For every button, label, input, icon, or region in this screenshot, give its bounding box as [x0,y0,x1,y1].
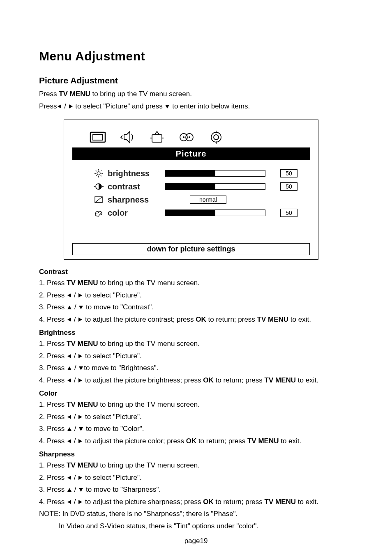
step: 1. Press TV MENU to bring up the TV menu… [39,399,353,410]
text: to bring up the TV menu screen. [98,279,200,287]
tv-menu-label: TV MENU [265,376,296,384]
right-arrow-icon [78,500,82,504]
step: 4. Press / to adjust the picture brightn… [39,375,353,386]
right-arrow-icon [78,415,82,419]
misc-tab-icon [207,130,225,144]
step: 4. Press / to adjust the picture color; … [39,436,353,447]
osd-label: sharpness [108,195,165,205]
ok-label: OK [186,437,197,445]
osd-row-color: color 50 [93,207,297,219]
step: 4. Press / to adjust the picture sharpne… [39,497,353,507]
audio-tab-icon [118,130,136,144]
text: 4. Press [39,498,67,506]
text: / [72,413,78,421]
text: / [72,437,78,445]
left-arrow-icon [67,439,71,443]
text: to move to "Brightness". [84,364,158,372]
brightness-value: 50 [280,169,297,177]
svg-point-9 [97,172,100,175]
svg-rect-1 [93,134,103,140]
text: to adjust the picture color; press [83,437,186,445]
down-arrow-icon [79,488,83,492]
tv-menu-label: TV MENU [67,340,98,348]
note-1: NOTE: In DVD status, there is no "Sharpn… [39,509,353,519]
right-arrow-icon [78,318,82,322]
right-arrow-icon [78,476,82,480]
text: to bring up the TV menu screen. [98,461,200,469]
text: / [62,102,68,110]
svg-line-22 [95,197,102,203]
text: / [72,498,78,506]
osd-tab-row [89,130,310,144]
brightness-slider[interactable] [165,170,265,177]
text: to select "Picture". [83,413,141,421]
text: / [72,474,78,481]
step: 2. Press / to select "Picture". [39,412,353,422]
text: to exit. [296,376,318,384]
left-arrow-icon [67,318,71,322]
step: 1. Press TV MENU to bring up the TV menu… [39,278,353,288]
text: 2. Press [39,291,67,299]
up-arrow-icon [67,427,71,431]
color-slider[interactable] [165,210,265,216]
intro-line-2: Press / to select "Picture" and press to… [39,101,353,112]
right-arrow-icon [78,354,82,358]
osd-row-contrast: contrast 50 [93,181,297,192]
osd-label: brightness [108,169,165,178]
down-arrow-icon [165,105,169,108]
text: / [72,425,78,433]
brightness-icon [93,168,104,178]
step: 4. Press / to adjust the picture contras… [39,314,353,325]
sharpness-icon [93,195,104,205]
svg-point-7 [211,132,221,142]
text: 3. Press [39,486,67,493]
text: to enter into below items. [170,102,250,110]
page-title: Menu Adjustment [39,49,353,63]
text: / [72,486,78,493]
text: to return; press [196,437,247,445]
tv-menu-label: TV MENU [257,315,289,323]
left-arrow-icon [67,415,71,419]
svg-point-23 [97,213,97,214]
svg-rect-2 [152,135,162,142]
color-icon [93,208,104,218]
text: to select "Picture". [83,474,141,481]
channel-tab-icon [148,130,166,144]
tv-menu-label: TV MENU [265,498,296,506]
left-arrow-icon [67,354,71,358]
text: 1. Press [39,461,67,469]
up-arrow-icon [67,488,71,492]
right-arrow-icon [78,378,82,382]
left-arrow-icon [67,293,71,297]
osd-label: contrast [108,182,165,191]
osd-title-bar: Picture [72,147,310,160]
contrast-value: 50 [280,182,297,191]
down-arrow-icon [79,427,83,431]
left-arrow-icon [67,476,71,480]
brightness-heading: Brightness [39,329,353,337]
left-arrow-icon [67,500,71,504]
text: to return; press [214,376,265,384]
text: to bring up the TV menu screen. [90,90,192,98]
text: / [72,364,78,372]
down-arrow-icon [79,306,83,309]
picture-tab-icon [89,130,107,144]
text: 1. Press [39,340,67,348]
text: to select "Picture". [83,352,141,360]
text: to adjust the picture brightness; press [83,376,203,384]
ok-label: OK [196,315,206,323]
osd-label: color [108,208,165,218]
text: / [72,352,78,360]
text: Press [39,102,57,110]
contrast-slider[interactable] [165,183,265,190]
osd-footer: down for picture settings [72,243,310,255]
text: 4. Press [39,315,67,323]
text: to bring up the TV menu screen. [98,340,200,348]
step: 1. Press TV MENU to bring up the TV menu… [39,460,353,471]
text: 2. Press [39,474,67,481]
text: to bring up the TV menu screen. [98,401,200,408]
tv-menu-label: TV MENU [67,401,98,408]
svg-line-16 [96,175,97,176]
sharpness-select[interactable]: normal [190,196,226,204]
tv-menu-label: TV MENU [247,437,279,445]
